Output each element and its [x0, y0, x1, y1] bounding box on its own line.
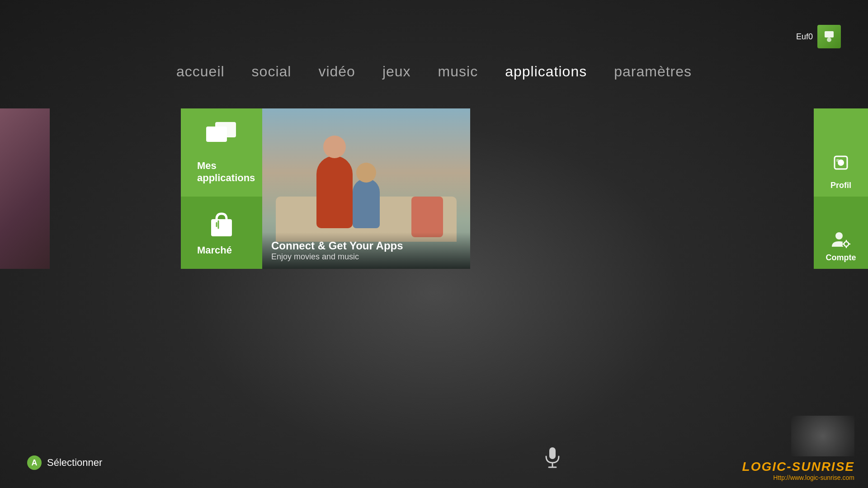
- shopping-bag-icon: [197, 209, 246, 239]
- thumbnail-image: [791, 416, 854, 456]
- tile-marche[interactable]: Marché: [181, 197, 262, 269]
- featured-subtitle: Enjoy movies and music: [271, 252, 461, 262]
- main-nav: accueil social vidéo jeux music applicat…: [0, 63, 868, 80]
- profil-icon: [831, 155, 851, 177]
- right-tiles: Profil Compte: [814, 108, 868, 269]
- main-content-area: Mes applications March: [181, 108, 470, 269]
- svg-rect-4: [211, 219, 232, 236]
- scene-accent: [411, 197, 443, 237]
- user-area[interactable]: Euf0: [796, 25, 841, 48]
- svg-rect-3: [206, 127, 227, 142]
- svg-point-10: [835, 232, 843, 239]
- person2: [353, 178, 380, 228]
- svg-rect-0: [825, 31, 834, 38]
- tile-compte[interactable]: Compte: [814, 197, 868, 269]
- nav-music[interactable]: music: [438, 63, 478, 80]
- tattoo-image: [0, 108, 50, 269]
- left-partial-panel: [0, 108, 50, 269]
- svg-point-1: [827, 38, 831, 42]
- microphone-icon[interactable]: [544, 446, 561, 472]
- featured-title: Connect & Get Your Apps: [271, 239, 461, 252]
- profil-label: Profil: [830, 181, 851, 190]
- tile-mes-applications[interactable]: Mes applications: [181, 108, 262, 197]
- bottom-bar: A Sélectionner: [27, 455, 102, 470]
- username-label: Euf0: [796, 32, 813, 42]
- left-panel-content: [0, 108, 50, 269]
- svg-rect-17: [549, 447, 556, 459]
- featured-panel: Connect & Get Your Apps Enjoy movies and…: [262, 108, 470, 269]
- nav-jeux[interactable]: jeux: [382, 63, 411, 80]
- thumbnail-bottom-right: [791, 416, 854, 456]
- selectioner-label: Sélectionner: [47, 457, 102, 469]
- watermark-url: Http://www.logic-sunrise.com: [742, 474, 854, 481]
- nav-accueil[interactable]: accueil: [176, 63, 225, 80]
- a-button[interactable]: A: [27, 455, 42, 470]
- watermark-logo: LOGIC-SUNRISE: [742, 460, 854, 474]
- nav-parametres[interactable]: paramètres: [614, 63, 692, 80]
- tiles-column: Mes applications March: [181, 108, 262, 269]
- nav-video[interactable]: vidéo: [318, 63, 355, 80]
- user-avatar: [817, 25, 841, 48]
- mes-applications-label: Mes applications: [197, 160, 255, 184]
- watermark: LOGIC-SUNRISE Http://www.logic-sunrise.c…: [742, 460, 854, 481]
- svg-rect-9: [836, 159, 839, 162]
- featured-overlay: Connect & Get Your Apps Enjoy movies and…: [262, 232, 470, 269]
- compte-label: Compte: [826, 253, 856, 263]
- apps-icon: [197, 121, 246, 146]
- marche-label: Marché: [197, 244, 232, 256]
- nav-social[interactable]: social: [252, 63, 292, 80]
- nav-applications[interactable]: applications: [505, 63, 587, 80]
- compte-icon: [830, 230, 852, 249]
- tile-profil[interactable]: Profil: [814, 108, 868, 197]
- person1: [316, 156, 353, 228]
